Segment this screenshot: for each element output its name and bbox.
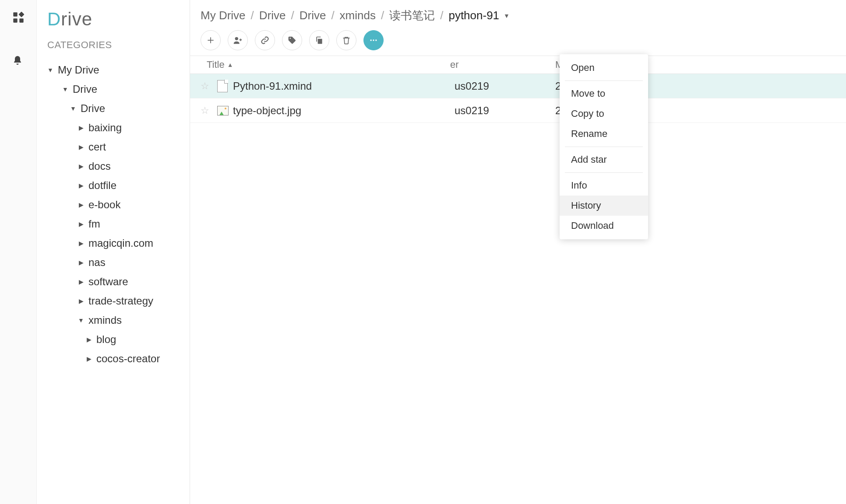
tree-item-label: blog xyxy=(96,333,116,346)
chevron-right-icon[interactable]: ▶ xyxy=(77,182,85,189)
chevron-down-icon[interactable]: ▼ xyxy=(69,105,77,112)
tree-item-label: magicqin.com xyxy=(88,237,153,249)
tree-item-blog[interactable]: ▶blog xyxy=(46,330,190,349)
more-button[interactable] xyxy=(363,30,384,50)
breadcrumb-current[interactable]: python-91▼ xyxy=(448,9,510,22)
copy-button[interactable] xyxy=(309,30,329,50)
chevron-down-icon[interactable]: ▼ xyxy=(61,86,69,93)
tree-item-dotfile[interactable]: ▶dotfile xyxy=(46,176,190,195)
folder-tree: ▼My Drive▼Drive▼Drive▶baixing▶cert▶docs▶… xyxy=(37,60,190,504)
logo-rest: rive xyxy=(61,9,92,29)
svg-point-10 xyxy=(370,39,372,41)
tree-item-label: dotfile xyxy=(88,179,116,192)
breadcrumb-item[interactable]: Drive xyxy=(300,9,326,22)
app-logo: Drive xyxy=(37,9,190,30)
tree-item-e-book[interactable]: ▶e-book xyxy=(46,195,190,214)
chevron-right-icon[interactable]: ▶ xyxy=(85,336,93,343)
tree-item-magicqin-com[interactable]: ▶magicqin.com xyxy=(46,234,190,253)
breadcrumb-separator: / xyxy=(381,9,384,22)
chevron-right-icon[interactable]: ▶ xyxy=(77,259,85,266)
tree-item-drive[interactable]: ▼Drive xyxy=(46,80,190,99)
menu-divider xyxy=(565,172,643,173)
bell-icon[interactable] xyxy=(12,55,25,67)
tree-item-fm[interactable]: ▶fm xyxy=(46,214,190,234)
menu-item-add-star[interactable]: Add star xyxy=(560,150,648,170)
menu-divider xyxy=(565,147,643,147)
menu-item-download[interactable]: Download xyxy=(560,216,648,236)
tag-button[interactable] xyxy=(282,30,302,50)
breadcrumb-item[interactable]: xminds xyxy=(340,9,376,22)
delete-button[interactable] xyxy=(336,30,356,50)
chevron-right-icon[interactable]: ▶ xyxy=(77,278,85,285)
tree-item-label: software xyxy=(88,276,128,288)
table-row[interactable]: ☆type-object.jpgus02192019-08-30 00 xyxy=(190,98,846,123)
menu-item-rename[interactable]: Rename xyxy=(560,124,648,144)
tree-item-my-drive[interactable]: ▼My Drive xyxy=(46,60,190,80)
add-button[interactable] xyxy=(201,30,221,50)
tree-item-label: xminds xyxy=(88,314,122,326)
breadcrumb-separator: / xyxy=(331,9,334,22)
menu-divider xyxy=(565,80,643,81)
chevron-right-icon[interactable]: ▶ xyxy=(85,355,93,362)
main-panel: My Drive/Drive/Drive/xminds/读书笔记/python-… xyxy=(190,0,846,504)
tree-item-trade-strategy[interactable]: ▶trade-strategy xyxy=(46,291,190,311)
tree-item-label: trade-strategy xyxy=(88,295,153,307)
column-title-label: Title xyxy=(207,59,225,70)
tree-item-cert[interactable]: ▶cert xyxy=(46,137,190,157)
star-toggle[interactable]: ☆ xyxy=(201,105,217,116)
menu-item-copy-to[interactable]: Copy to xyxy=(560,104,648,124)
tree-item-drive[interactable]: ▼Drive xyxy=(46,99,190,118)
svg-rect-3 xyxy=(19,18,23,22)
file-owner: us0219 xyxy=(450,80,555,92)
tree-item-baixing[interactable]: ▶baixing xyxy=(46,118,190,137)
tree-item-label: Drive xyxy=(73,83,97,95)
menu-item-info[interactable]: Info xyxy=(560,175,648,196)
svg-point-6 xyxy=(235,37,238,40)
breadcrumb-item[interactable]: My Drive xyxy=(201,9,246,22)
menu-item-history[interactable]: History xyxy=(560,196,648,216)
tree-item-label: Drive xyxy=(81,102,105,115)
tree-item-docs[interactable]: ▶docs xyxy=(46,157,190,176)
svg-rect-1 xyxy=(18,11,24,17)
link-button[interactable] xyxy=(255,30,275,50)
share-user-button[interactable] xyxy=(228,30,248,50)
chevron-down-icon[interactable]: ▼ xyxy=(46,66,54,74)
table-row[interactable]: ☆Python-91.xmindus02192019-12-02 18 xyxy=(190,74,846,98)
chevron-right-icon[interactable]: ▶ xyxy=(77,124,85,131)
tree-item-label: fm xyxy=(88,218,100,230)
tree-item-label: cocos-creator xyxy=(96,353,160,365)
image-file-icon xyxy=(217,106,233,116)
chevron-right-icon[interactable]: ▶ xyxy=(77,144,85,150)
sort-ascending-icon: ▲ xyxy=(227,61,233,68)
menu-item-open[interactable]: Open xyxy=(560,58,648,78)
tree-item-cocos-creator[interactable]: ▶cocos-creator xyxy=(46,349,190,368)
sidebar: Drive CATEGORIES ▼My Drive▼Drive▼Drive▶b… xyxy=(37,0,190,504)
chevron-right-icon[interactable]: ▶ xyxy=(77,201,85,208)
tree-item-label: nas xyxy=(88,256,106,269)
star-outline-icon: ☆ xyxy=(201,80,209,92)
breadcrumb-separator: / xyxy=(440,9,443,22)
chevron-right-icon[interactable]: ▶ xyxy=(77,163,85,170)
breadcrumb-item[interactable]: 读书笔记 xyxy=(389,8,435,23)
menu-item-move-to[interactable]: Move to xyxy=(560,84,648,104)
star-toggle[interactable]: ☆ xyxy=(201,80,217,92)
chevron-right-icon[interactable]: ▶ xyxy=(77,220,85,228)
column-owner[interactable]: er xyxy=(450,59,555,70)
tree-item-label: baixing xyxy=(88,122,122,134)
file-owner: us0219 xyxy=(450,105,555,117)
svg-point-11 xyxy=(373,39,374,41)
tree-item-nas[interactable]: ▶nas xyxy=(46,253,190,272)
svg-rect-0 xyxy=(13,12,17,16)
tree-item-xminds[interactable]: ▼xminds xyxy=(46,311,190,330)
chevron-right-icon[interactable]: ▶ xyxy=(77,298,85,304)
chevron-down-icon[interactable]: ▼ xyxy=(77,317,85,324)
tree-item-label: My Drive xyxy=(58,64,99,76)
apps-icon[interactable] xyxy=(12,11,25,24)
tree-item-software[interactable]: ▶software xyxy=(46,272,190,291)
chevron-right-icon[interactable]: ▶ xyxy=(77,240,85,247)
breadcrumb-item[interactable]: Drive xyxy=(259,9,286,22)
column-title[interactable]: Title ▲ xyxy=(201,59,450,70)
toolbar xyxy=(190,30,846,50)
chevron-down-icon: ▼ xyxy=(504,12,510,19)
tree-item-label: cert xyxy=(88,141,106,153)
